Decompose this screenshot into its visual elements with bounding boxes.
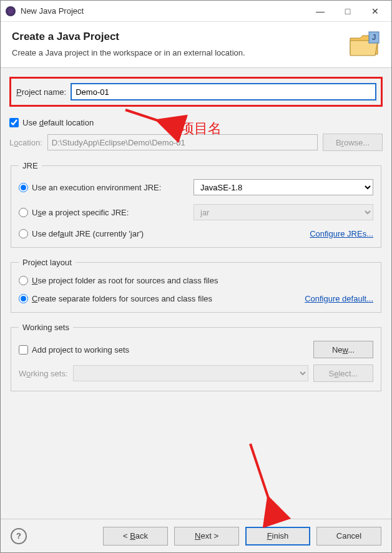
window-controls: ― □ ✕ xyxy=(306,2,389,21)
jre-group: JRE Use an execution environment JRE: Ja… xyxy=(11,161,381,248)
jre-exec-env-label: Use an execution environment JRE: xyxy=(32,183,161,192)
java-project-icon: J xyxy=(348,29,381,59)
layout-single-folder-radio[interactable] xyxy=(19,276,28,285)
close-button[interactable]: ✕ xyxy=(361,2,389,21)
working-sets-group: Working sets Add project to working sets… xyxy=(11,323,381,391)
wizard-subtitle: Create a Java project in the workspace o… xyxy=(12,48,380,57)
project-layout-legend: Project layout xyxy=(19,258,76,267)
use-default-location-label: Use default location xyxy=(22,118,94,127)
titlebar: New Java Project ― □ ✕ xyxy=(1,1,391,22)
project-layout-group: Project layout Use project folder as roo… xyxy=(11,258,381,313)
wizard-content: Project name: Use default location Locat… xyxy=(1,68,391,520)
wizard-title: Create a Java Project xyxy=(12,31,380,43)
back-button[interactable]: < Back xyxy=(103,527,168,546)
jre-project-specific-label: Use a project specific JRE: xyxy=(32,208,129,217)
working-sets-select xyxy=(73,365,308,381)
layout-separate-folders-label: Create separate folders for sources and … xyxy=(32,294,212,303)
select-working-sets-button: Select... xyxy=(313,365,373,382)
project-name-highlight: Project name: xyxy=(9,77,383,107)
location-label: Location: xyxy=(9,138,42,147)
eclipse-icon xyxy=(6,6,16,16)
jre-exec-env-select[interactable]: JavaSE-1.8 xyxy=(194,179,373,195)
project-name-input[interactable] xyxy=(71,84,376,100)
configure-jres-link[interactable]: Configure JREs... xyxy=(310,229,373,238)
minimize-button[interactable]: ― xyxy=(306,2,334,21)
wizard-button-bar: ? < Back Next > Finish Cancel xyxy=(1,519,391,552)
layout-single-folder-label: Use project folder as root for sources a… xyxy=(32,276,218,285)
new-working-set-button[interactable]: New... xyxy=(313,341,373,358)
wizard-header: Create a Java Project Create a Java proj… xyxy=(1,22,391,68)
layout-separate-folders-radio[interactable] xyxy=(19,294,28,303)
add-working-sets-checkbox[interactable] xyxy=(19,345,28,355)
jre-default-radio[interactable] xyxy=(19,229,28,238)
working-sets-legend: Working sets xyxy=(19,323,73,332)
cancel-button[interactable]: Cancel xyxy=(316,527,381,546)
jre-legend: JRE xyxy=(19,161,42,170)
project-name-label: Project name: xyxy=(16,87,66,97)
location-input xyxy=(47,134,318,150)
jre-default-label: Use default JRE (currently 'jar') xyxy=(32,229,144,238)
window-title: New Java Project xyxy=(21,6,306,16)
jre-project-specific-radio[interactable] xyxy=(19,208,28,217)
configure-default-link[interactable]: Configure default... xyxy=(305,294,373,303)
svg-text:J: J xyxy=(372,33,376,42)
next-button[interactable]: Next > xyxy=(174,527,239,546)
browse-button: Browse... xyxy=(323,134,383,151)
jre-exec-env-radio[interactable] xyxy=(19,183,28,192)
use-default-location-row: Use default location xyxy=(9,118,383,127)
finish-button[interactable]: Finish xyxy=(245,527,310,546)
add-working-sets-label: Add project to working sets xyxy=(32,345,129,355)
working-sets-label: Working sets: xyxy=(19,369,68,378)
maximize-button[interactable]: □ xyxy=(334,2,361,21)
use-default-location-checkbox[interactable] xyxy=(9,118,19,127)
help-button[interactable]: ? xyxy=(11,528,27,544)
jre-project-specific-select: jar xyxy=(194,204,373,220)
